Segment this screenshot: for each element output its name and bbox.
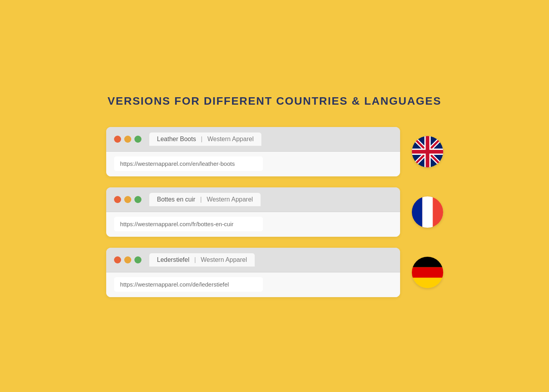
browser-window-fr: Bottes en cuir | Western Apparel https:/… bbox=[106, 187, 400, 237]
traffic-lights-en bbox=[114, 136, 141, 143]
browser-tab-de: Lederstiefel | Western Apparel bbox=[149, 253, 255, 267]
browser-window-de: Lederstiefel | Western Apparel https://w… bbox=[106, 248, 400, 297]
tab-title-fr: Bottes en cuir bbox=[157, 196, 196, 203]
dot-yellow-en bbox=[124, 136, 131, 143]
dot-green-en bbox=[134, 136, 141, 143]
browser-window-en: Leather Boots | Western Apparel https://… bbox=[106, 127, 400, 176]
titlebar-en: Leather Boots | Western Apparel bbox=[106, 127, 400, 152]
svg-rect-12 bbox=[412, 196, 422, 228]
tab-site-de: Western Apparel bbox=[201, 256, 247, 263]
svg-rect-17 bbox=[412, 267, 443, 278]
browser-tab-en: Leather Boots | Western Apparel bbox=[149, 132, 262, 146]
traffic-lights-fr bbox=[114, 196, 141, 203]
dot-red-en bbox=[114, 136, 121, 143]
dot-yellow-fr bbox=[124, 196, 131, 203]
tab-site-fr: Western Apparel bbox=[207, 196, 253, 203]
addressbar-de: https://westernapparel.com/de/lederstief… bbox=[106, 272, 400, 297]
titlebar-fr: Bottes en cuir | Western Apparel bbox=[106, 187, 400, 212]
flag-uk bbox=[412, 136, 443, 167]
browser-row-en: Leather Boots | Western Apparel https://… bbox=[106, 127, 443, 176]
tab-separator-en: | bbox=[201, 136, 203, 142]
tab-title-de: Lederstiefel bbox=[157, 256, 190, 263]
url-en: https://westernapparel.com/en/leather-bo… bbox=[114, 156, 263, 171]
addressbar-fr: https://westernapparel.com/fr/bottes-en-… bbox=[106, 212, 400, 237]
svg-rect-16 bbox=[412, 257, 443, 267]
browser-row-de: Lederstiefel | Western Apparel https://w… bbox=[106, 248, 443, 297]
tab-title-en: Leather Boots bbox=[157, 136, 196, 142]
svg-rect-13 bbox=[422, 196, 433, 228]
page-title: VERSIONS FOR DIFFERENT COUNTRIES & LANGU… bbox=[108, 95, 442, 107]
flag-de bbox=[412, 257, 443, 288]
dot-green-fr bbox=[134, 196, 141, 203]
browser-tab-fr: Bottes en cuir | Western Apparel bbox=[149, 193, 261, 206]
dot-yellow-de bbox=[124, 256, 131, 263]
browsers-container: Leather Boots | Western Apparel https://… bbox=[106, 127, 443, 297]
tab-site-en: Western Apparel bbox=[207, 136, 254, 142]
dot-red-de bbox=[114, 256, 121, 263]
dot-red-fr bbox=[114, 196, 121, 203]
tab-separator-de: | bbox=[194, 256, 196, 263]
url-fr: https://westernapparel.com/fr/bottes-en-… bbox=[114, 217, 263, 231]
browser-row-fr: Bottes en cuir | Western Apparel https:/… bbox=[106, 187, 443, 237]
url-de: https://westernapparel.com/de/lederstief… bbox=[114, 277, 263, 292]
flag-fr bbox=[412, 196, 443, 228]
traffic-lights-de bbox=[114, 256, 141, 263]
dot-green-de bbox=[134, 256, 141, 263]
titlebar-de: Lederstiefel | Western Apparel bbox=[106, 248, 400, 272]
addressbar-en: https://westernapparel.com/en/leather-bo… bbox=[106, 152, 400, 176]
tab-separator-fr: | bbox=[200, 196, 202, 203]
